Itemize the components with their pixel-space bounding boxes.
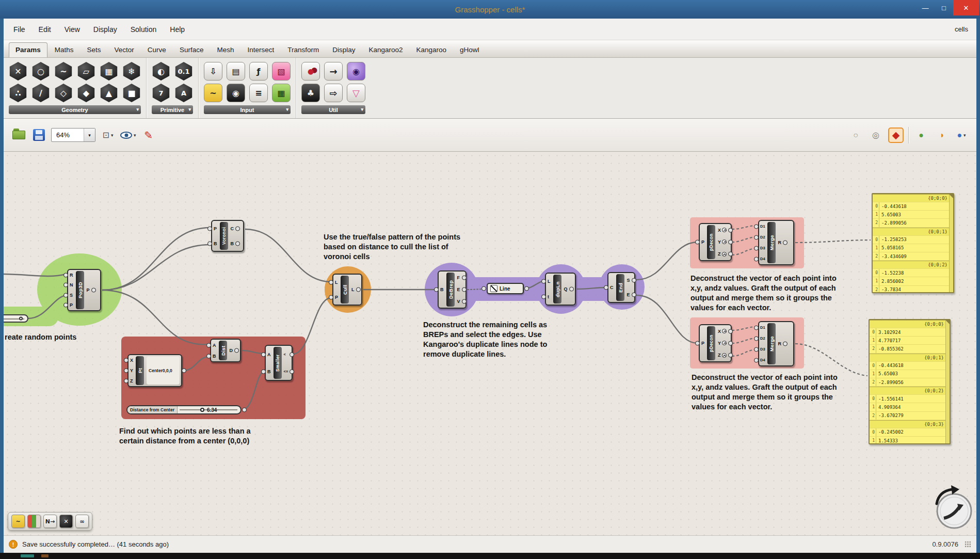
chevron-down-icon[interactable]: ▾: [963, 133, 966, 138]
value-list-icon[interactable]: ≡: [249, 84, 268, 102]
jump-widget-icon[interactable]: N→: [43, 515, 57, 528]
galapagos-icon[interactable]: ◉: [347, 62, 365, 81]
mesh-param-icon[interactable]: ▦: [100, 62, 118, 81]
output-port[interactable]: D: [230, 348, 233, 353]
offscreen-slider[interactable]: [4, 314, 28, 323]
pt-output-label[interactable]: Center0,0,0: [147, 357, 180, 385]
input-port[interactable]: R: [70, 273, 73, 278]
tab-intersect[interactable]: Intersect: [241, 43, 280, 57]
input-port[interactable]: D3: [760, 347, 765, 352]
node-smaller[interactable]: AB Smaller <<=: [265, 345, 293, 381]
node-end[interactable]: C End SE: [607, 272, 635, 303]
line-param-icon[interactable]: /: [31, 84, 50, 102]
gh-canvas[interactable]: RNSP Pop3D P PB Voronoi CB LP Cull L XYZ…: [4, 152, 976, 535]
input-port[interactable]: D4: [760, 358, 765, 362]
data-output-icon[interactable]: →: [324, 62, 343, 81]
mesh-preview-button[interactable]: ●: [913, 127, 929, 143]
snowflake-param-icon[interactable]: ❄: [122, 62, 141, 81]
node-pt[interactable]: XYZ Pt Center0,0,0: [127, 354, 182, 387]
zoom-level-select[interactable]: 64% ▾: [51, 128, 95, 142]
tab-sets[interactable]: Sets: [81, 43, 107, 57]
node-dist[interactable]: AB Dist D: [210, 339, 241, 362]
brep-param-icon[interactable]: ▲: [100, 84, 118, 102]
node-pop3d[interactable]: RNSP Pop3D P: [67, 269, 101, 311]
graft-icon[interactable]: [722, 228, 727, 232]
output-port[interactable]: Y: [718, 239, 727, 245]
input-port[interactable]: P: [214, 226, 217, 231]
data-input-icon[interactable]: ⇨: [324, 84, 343, 102]
node-dupln[interactable]: Lt dupLn Q: [545, 273, 576, 306]
input-port[interactable]: L: [548, 279, 551, 284]
input-port[interactable]: B: [267, 369, 271, 374]
import-icon[interactable]: ⇩: [204, 62, 222, 81]
chevron-down-icon[interactable]: ▾: [84, 129, 95, 141]
output-port[interactable]: B: [231, 241, 234, 246]
annotation-create-random-points[interactable]: reate random points: [5, 332, 123, 342]
output-port[interactable]: C: [231, 226, 234, 231]
chevron-down-icon[interactable]: ▾: [134, 133, 136, 138]
knob-icon[interactable]: ◉: [227, 84, 245, 102]
input-port[interactable]: P: [335, 295, 338, 300]
menu-display[interactable]: Display: [87, 23, 124, 36]
integer-param-icon[interactable]: 7: [152, 84, 170, 102]
wireframe-preview-button[interactable]: ◎: [868, 127, 883, 143]
zoom-extents-button[interactable]: ⊡ ▾: [100, 127, 116, 143]
minimize-button[interactable]: —: [916, 0, 935, 15]
input-port[interactable]: C: [610, 285, 614, 290]
tab-transform[interactable]: Transform: [281, 43, 325, 57]
annotation-vector-decon-1[interactable]: Deconstruct the vector of each point int…: [690, 274, 881, 312]
tab-surface[interactable]: Surface: [173, 43, 210, 57]
slider-knob[interactable]: [19, 317, 23, 321]
input-port[interactable]: Z: [130, 378, 133, 384]
expression-icon[interactable]: ƒ: [249, 62, 268, 81]
graft-icon[interactable]: [722, 353, 727, 358]
output-port[interactable]: F: [457, 275, 460, 280]
node-pdecon-1[interactable]: P pDecon XYZ: [699, 223, 732, 261]
input-port[interactable]: S: [70, 293, 73, 298]
annotation-distance-filter[interactable]: Find out which points are less than a ce…: [119, 426, 305, 446]
slider-knob[interactable]: [200, 408, 204, 412]
input-port[interactable]: D1: [760, 325, 765, 330]
input-port[interactable]: A: [267, 352, 271, 357]
output-port[interactable]: Z: [718, 251, 727, 257]
graft-icon[interactable]: [722, 239, 727, 244]
output-port[interactable]: X: [718, 228, 727, 233]
data-panel-1[interactable]: {0;0;0}0-0.44361815.650032-2.899056{0;0;…: [872, 193, 954, 293]
input-port[interactable]: D2: [760, 336, 765, 341]
resize-grip[interactable]: [965, 541, 971, 548]
circle-param-icon[interactable]: ○: [31, 62, 50, 81]
output-port[interactable]: R: [778, 240, 782, 245]
tab-curve[interactable]: Curve: [141, 43, 172, 57]
annotation-deconstruct-cells[interactable]: Deconstruct the remaining cells as BREPs…: [423, 320, 599, 359]
save-file-button[interactable]: [31, 127, 46, 143]
slider-track[interactable]: 6.34: [178, 406, 240, 413]
document-preview-button[interactable]: ● ▾: [954, 127, 969, 143]
tab-params[interactable]: Params: [9, 42, 47, 57]
node-line[interactable]: Line: [487, 283, 524, 294]
output-port[interactable]: L: [351, 287, 355, 292]
panel-icon[interactable]: ▤: [227, 62, 245, 81]
input-port[interactable]: X: [130, 358, 133, 363]
output-port[interactable]: Y: [718, 341, 727, 346]
output-port[interactable]: S: [627, 278, 630, 283]
output-port[interactable]: P: [87, 288, 90, 293]
input-port[interactable]: L: [335, 280, 338, 285]
input-port[interactable]: Y: [130, 368, 133, 373]
cluster-widget-icon[interactable]: ✕: [59, 515, 73, 528]
close-button[interactable]: ✕: [953, 0, 979, 15]
preview-quality-button[interactable]: ◑: [934, 127, 949, 143]
input-port[interactable]: N: [70, 282, 73, 288]
node-cull[interactable]: LP Cull L: [332, 274, 362, 306]
boolean-param-icon[interactable]: ◐: [152, 62, 170, 81]
input-port[interactable]: A: [213, 343, 216, 348]
canvas-compass[interactable]: [929, 485, 976, 532]
annotation-cull-pattern[interactable]: Use the true/false pattern of the points…: [324, 232, 509, 262]
no-preview-button[interactable]: ○: [848, 127, 863, 143]
layout-widget-icon[interactable]: [27, 515, 41, 528]
slider-distance-from-center[interactable]: Distance from Center 6.34: [126, 405, 242, 414]
primitive-group-label[interactable]: Primitive ▾: [152, 105, 193, 114]
preview-visibility-button[interactable]: ▾: [120, 127, 136, 143]
output-port[interactable]: E: [627, 292, 630, 297]
output-port[interactable]: Q: [564, 286, 568, 292]
output-port[interactable]: Z: [718, 353, 727, 358]
